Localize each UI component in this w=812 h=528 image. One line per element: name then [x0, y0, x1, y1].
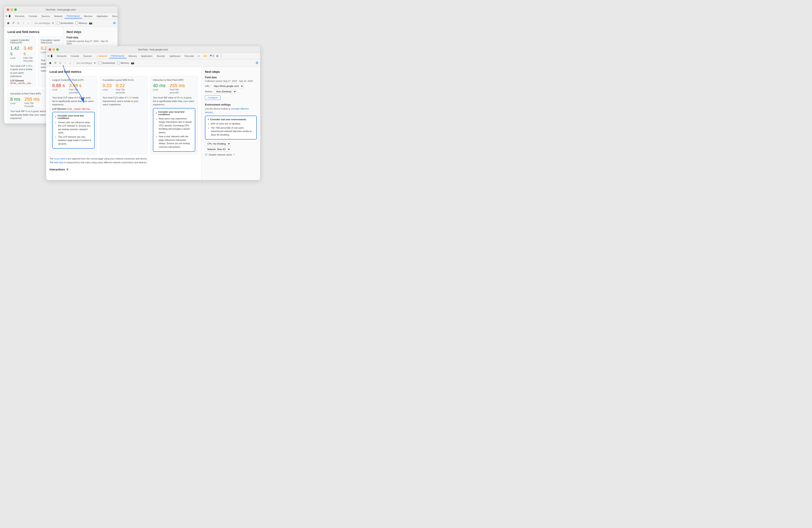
tab-application-1[interactable]: Application [95, 14, 110, 18]
tab-sources-2[interactable]: Sources [81, 54, 94, 58]
minimize-button-2[interactable] [53, 48, 55, 51]
recordings-dropdown-1[interactable]: ▼ [52, 22, 54, 24]
configure-btn-2[interactable]: Configure [205, 95, 220, 100]
settings-icon-2[interactable]: ⚙ [216, 54, 219, 58]
inp-label-2: Interaction to Next Paint (INP) [153, 79, 195, 81]
toolbar-2: ⏺ ↺ ⊘ ↑ ↓ (no recordings) ▼ Screenshots … [46, 59, 260, 67]
lcp-card-2: Largest Contentful Paint (LCP) 6.88 s Lo… [49, 76, 97, 155]
cls-local-label-2: Local [103, 88, 112, 91]
memory-check-input-1[interactable] [75, 22, 78, 24]
lcp-consideration-list-2: Screen size can influence what the LCP e… [55, 121, 92, 146]
minimize-button-1[interactable] [11, 9, 13, 11]
tab-security-1[interactable]: Security [110, 14, 117, 18]
section-title-2: Local and field metrics [49, 70, 198, 73]
device-select-2[interactable]: Auto (Desktop) [214, 89, 237, 94]
tab-console-2[interactable]: Console [69, 54, 81, 58]
screenshots-checkbox-1[interactable]: Screenshots [57, 22, 73, 24]
field-data-period-1: Collection period: Aug 27, 2024 - Sep 23… [67, 40, 114, 45]
lcp-consideration-box-2: Consider your local test conditions Scre… [52, 112, 95, 149]
download-btn-2[interactable]: ↓ [68, 61, 73, 65]
field-data-link[interactable]: field data [54, 161, 63, 164]
url-select-2[interactable]: https://fonts.google.com/ [212, 84, 244, 88]
upload-btn-2[interactable]: ↑ [63, 61, 68, 65]
stop-btn-1[interactable]: ⊘ [16, 21, 20, 25]
lcp-local-value-1: 1.42 s [10, 45, 19, 57]
tab-lighthouse-2[interactable]: Lighthouse [167, 54, 183, 58]
inp-desc-2: Your local INP value of 40 ms is good, b… [153, 96, 195, 106]
close-button-2[interactable] [49, 48, 51, 51]
upload-btn-1[interactable]: ↑ [21, 21, 26, 25]
main-panel-2: Local and field metrics Largest Contentf… [46, 67, 201, 180]
footer-text-2: The local metrics are captured from the … [49, 157, 198, 164]
cache-help-icon[interactable]: ? [233, 153, 234, 156]
memory-checkbox-1[interactable]: Memory [75, 22, 87, 24]
inp-field-value-2: 255 ms [170, 83, 185, 88]
record-btn-2[interactable]: ⏺ [48, 61, 53, 65]
inp-field-value-1: 255 ms [25, 97, 40, 102]
record-btn-1[interactable]: ⏺ [6, 21, 11, 25]
tab-network-1[interactable]: Network [52, 14, 64, 18]
url-row-2: URL: https://fonts.google.com/ [205, 84, 257, 88]
window-2: DevTools - fonts.google.com/ ⊞ 📱 Element… [46, 46, 260, 180]
tab-overflow-2[interactable]: >> [196, 55, 201, 57]
lcp-element-link-2[interactable]: h1.tile__header--title.mai... [67, 108, 91, 110]
simulate-devices-link[interactable]: simulate different devices [205, 108, 249, 114]
tab-security-2[interactable]: Security [155, 54, 167, 58]
traffic-lights-1 [7, 9, 17, 11]
title-bar-2: DevTools - fonts.google.com/ [46, 46, 260, 53]
cls-values-2: 0.23 Local 0.22 Field 75thpercentile [103, 83, 145, 94]
tab-console-1[interactable]: Console [27, 14, 39, 18]
more-icon-2[interactable]: ⋮ [220, 54, 222, 58]
memory-check-input-2[interactable] [117, 61, 120, 64]
lcp-local-label-2: Local [52, 88, 65, 91]
tab-sources-1[interactable]: Sources [39, 14, 52, 18]
cls-label-2: Cumulative Layout Shift (CLS) [103, 79, 145, 81]
recordings-dropdown-2[interactable]: ▼ [94, 62, 96, 64]
inp-field-label-2: Field 75thpercentile [170, 88, 185, 94]
lcp-field-value-1: 3.48 s [24, 45, 33, 57]
network-select-2[interactable]: Network: Slow 4G [205, 147, 231, 151]
cpu-row-2: CPU: No throttling [205, 142, 257, 146]
inp-local-value-2: 40 ms [153, 83, 165, 88]
inp-local-label-2: Local [153, 88, 165, 91]
reload-btn-2[interactable]: ↺ [53, 61, 57, 65]
tab-recorder-2[interactable]: Recorder [183, 54, 196, 58]
tab-performance-2[interactable]: Performance [109, 54, 127, 58]
interactions-icon: ⊘ [66, 168, 68, 171]
inp-local-value-1: 8 ms [10, 97, 20, 102]
tab-elements-2[interactable]: Elements [55, 54, 69, 58]
lcp-desc-2: Your local LCP value of 6.88 s is poor, … [52, 96, 95, 106]
field-data-subtitle-1: Field data [67, 36, 114, 39]
tab-performance-1[interactable]: Performance [64, 14, 82, 18]
warning-icon-2: ⚠ [203, 55, 205, 57]
divider-1 [32, 21, 32, 25]
memory-checkbox-2[interactable]: Memory [117, 61, 129, 64]
maximize-button-2[interactable] [56, 48, 59, 51]
screenshots-check-input-1[interactable] [57, 22, 60, 24]
screenshots-check-input-2[interactable] [99, 61, 102, 64]
lcp-consideration-item-2: The LCP element can vary between page lo… [58, 135, 92, 146]
reload-btn-1[interactable]: ↺ [11, 21, 15, 25]
tab-application-2[interactable]: Application [139, 54, 155, 58]
device-label-2: Device: [205, 90, 213, 93]
maximize-button-1[interactable] [14, 9, 17, 11]
toolbar-settings-2[interactable]: ⚙ [256, 61, 258, 65]
tab-memory-2[interactable]: Memory [127, 54, 139, 58]
screenshots-checkbox-2[interactable]: Screenshots [99, 61, 115, 64]
download-btn-1[interactable]: ↓ [26, 21, 31, 25]
tab-elements-1[interactable]: Elements [13, 14, 27, 18]
lcp-label-2: Largest Contentful Paint (LCP) [52, 79, 95, 81]
close-button-1[interactable] [7, 9, 9, 11]
inp-field-label-1: Field 75thPercentile [25, 102, 40, 108]
lcp-values-1: 1.42 s Local 3.48 s Field 75thPercentile [10, 45, 33, 62]
local-metrics-link[interactable]: local metrics [54, 157, 67, 160]
camera-icon-1: 📷 [89, 22, 92, 25]
cpu-select-2[interactable]: CPU: No throttling [205, 142, 231, 146]
toolbar-settings-1[interactable]: ⚙ [113, 21, 116, 25]
tab-network-2[interactable]: ⚠ Network [94, 54, 109, 58]
toolbar-1: ⏺ ↺ ⊘ ↑ ↓ (no recordings) ▼ Screenshots … [4, 19, 117, 27]
cache-checkbox-icon-2: ☑ [205, 153, 207, 156]
lcp-element-link-1[interactable]: div.tile__text.tile__edu... [10, 82, 33, 84]
tab-memory-1[interactable]: Memory [82, 14, 95, 18]
stop-btn-2[interactable]: ⊘ [58, 61, 62, 65]
